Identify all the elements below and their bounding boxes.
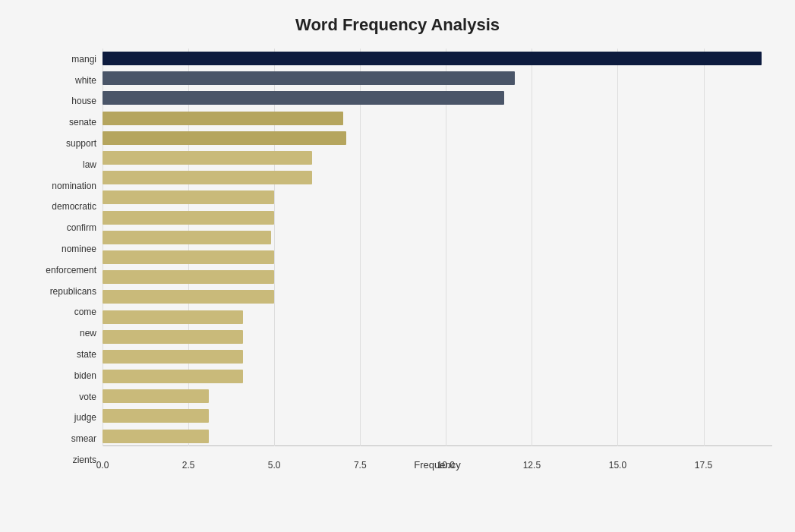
x-axis-title: Frequency xyxy=(103,459,772,471)
y-label: nomination xyxy=(52,181,96,190)
bar xyxy=(103,71,515,85)
y-label: support xyxy=(66,139,96,148)
bar xyxy=(103,231,271,244)
y-label: democratic xyxy=(52,202,96,211)
y-label: state xyxy=(77,350,96,359)
y-label: confirm xyxy=(67,223,96,232)
bar xyxy=(103,151,312,165)
bar xyxy=(103,52,762,65)
bar-row xyxy=(103,169,772,186)
y-label: smear xyxy=(71,434,96,443)
bar xyxy=(103,190,274,204)
bar-row xyxy=(103,408,772,424)
y-label: law xyxy=(83,160,96,169)
bar-row xyxy=(103,209,772,226)
bar-row xyxy=(103,229,772,246)
bar xyxy=(103,112,343,125)
bar-row xyxy=(103,130,772,146)
y-label: come xyxy=(74,307,96,316)
bar-row xyxy=(103,309,772,326)
bar xyxy=(103,290,274,304)
bar-row xyxy=(103,70,772,87)
bar-row xyxy=(103,348,772,365)
bar xyxy=(103,250,274,264)
y-label: new xyxy=(80,329,96,338)
y-label: zients xyxy=(73,455,96,464)
y-label: white xyxy=(75,76,96,85)
chart-container: Word Frequency Analysis mangiwhitehouses… xyxy=(0,0,795,532)
y-label: house xyxy=(71,96,96,105)
y-label: judge xyxy=(74,413,96,422)
bar xyxy=(103,370,243,383)
bar xyxy=(103,350,243,364)
bar xyxy=(103,211,274,225)
bar-row xyxy=(103,428,772,445)
bar xyxy=(103,330,243,344)
y-label: enforcement xyxy=(46,266,96,275)
chart-title: Word Frequency Analysis xyxy=(23,15,772,35)
bar-row xyxy=(103,269,772,285)
bar-row xyxy=(103,288,772,305)
bar xyxy=(103,430,209,443)
y-label: vote xyxy=(79,392,96,401)
bar-row xyxy=(103,388,772,405)
y-label: mangi xyxy=(71,55,96,64)
bar-row xyxy=(103,110,772,127)
bar-row xyxy=(103,329,772,345)
bars-area: 0.02.55.07.510.012.515.017.5 Frequency xyxy=(103,49,772,471)
bar-row xyxy=(103,249,772,266)
y-label: senate xyxy=(69,118,96,127)
y-label: nominee xyxy=(62,244,96,253)
bar xyxy=(103,310,243,324)
bar-row xyxy=(103,189,772,206)
y-label: republicans xyxy=(50,287,96,296)
bar xyxy=(103,270,274,284)
bar xyxy=(103,91,504,105)
bar-row xyxy=(103,150,772,166)
bar xyxy=(103,131,346,145)
bar xyxy=(103,171,312,184)
bar-row xyxy=(103,90,772,106)
y-label: biden xyxy=(74,371,96,380)
bar-row xyxy=(103,50,772,67)
bar-row xyxy=(103,368,772,385)
bar xyxy=(103,389,209,403)
y-axis-labels: mangiwhitehousesenatesupportlawnominatio… xyxy=(23,49,103,471)
bar xyxy=(103,409,209,423)
